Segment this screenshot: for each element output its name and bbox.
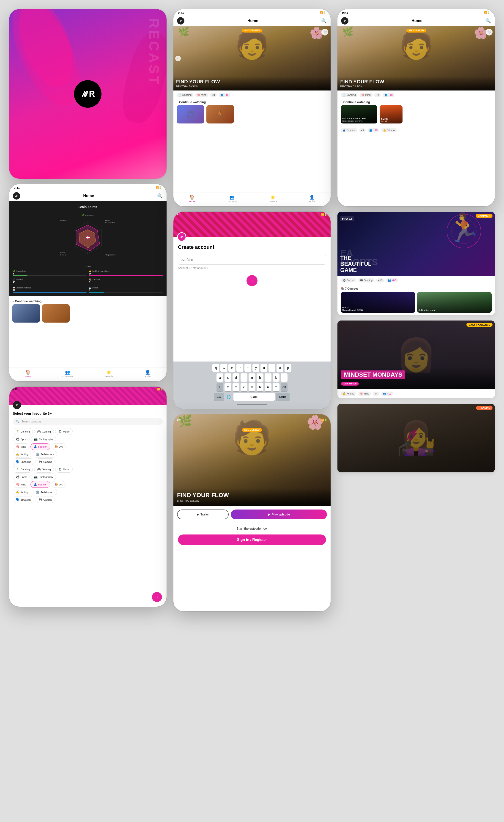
chip-architecture-1[interactable]: 🏛️Architecture <box>33 451 57 457</box>
nav-profile-2[interactable]: 👤Profile <box>309 195 315 202</box>
next-arrow-create[interactable]: → <box>246 275 258 286</box>
episode-creator: BROTHA JASON <box>177 499 327 502</box>
search-btn-3[interactable]: 🔍 <box>485 18 491 24</box>
nav-profile-4[interactable]: 👤Profile <box>145 370 151 378</box>
key-space[interactable]: space <box>233 393 275 401</box>
key-m[interactable]: m <box>273 383 280 391</box>
status-bar-4: 9:41 📶🔋 <box>9 184 166 190</box>
chip-dancing-1[interactable]: 🕺Dancing <box>13 428 33 435</box>
chip-gaming-2[interactable]: 🎮Gaming <box>35 458 55 465</box>
chip-gaming-4[interactable]: 🎮Gaming <box>35 496 55 503</box>
key-n[interactable]: n <box>265 383 272 391</box>
brain-label-bodily: BodilyKineasthetic <box>105 219 115 224</box>
chip-art-2[interactable]: 🎨Art <box>52 481 65 488</box>
key-delete[interactable]: ⌫ <box>281 383 288 391</box>
search-icon-cat: 🔍 <box>16 420 19 423</box>
key-globe[interactable]: 🌐 <box>225 393 232 401</box>
search-btn-4[interactable]: 🔍 <box>157 193 163 198</box>
key-shift[interactable]: ⇧ <box>216 383 223 391</box>
key-h[interactable]: h <box>257 373 264 382</box>
chip-architecture-2[interactable]: 🏛️Architecture <box>33 489 57 495</box>
category-search[interactable]: 🔍 Search category <box>13 418 163 425</box>
key-d[interactable]: d <box>232 373 239 382</box>
cat-row-5: 🗣️Speaking 🎮Gaming <box>13 458 163 465</box>
key-i[interactable]: i <box>269 364 276 372</box>
chip-music-2[interactable]: 🎵Music <box>55 466 73 473</box>
key-b[interactable]: b <box>257 383 264 391</box>
key-r[interactable]: r <box>236 364 243 372</box>
courses-row: FIFA 21 The making of FIFA22 Behind the … <box>341 292 492 313</box>
chip-sport-1[interactable]: ⚽Sport <box>13 436 30 442</box>
key-p[interactable]: p <box>285 364 292 372</box>
key-search[interactable]: Search <box>276 393 290 401</box>
key-o[interactable]: o <box>277 364 284 372</box>
nav-community-4[interactable]: 👥Community <box>63 370 73 378</box>
episode-title: FIND YOUR FLOW <box>177 492 327 498</box>
heart-btn-3[interactable]: 🤍 <box>486 29 493 35</box>
key-a[interactable]: a <box>216 373 223 382</box>
key-g[interactable]: g <box>248 373 256 382</box>
key-x[interactable]: x <box>232 383 239 391</box>
nav-rewards-2[interactable]: ⭐Rewards <box>269 195 277 202</box>
chip-speaking-1[interactable]: 🗣️Speaking <box>13 458 34 465</box>
key-q[interactable]: q <box>212 364 219 372</box>
chip-photography-2[interactable]: 📷Photography <box>31 473 56 480</box>
chip-gaming-3[interactable]: 🎮Gaming <box>34 466 54 473</box>
course-card-1[interactable]: FIFA 21 The making of FIFA22 <box>341 292 415 313</box>
cw-upcycle[interactable]: UPCYCLE YOUR STYLE THE COONEY SISTERS <box>341 105 377 123</box>
chip-writing-2[interactable]: ✍️Writing <box>13 489 31 495</box>
continue-card-1[interactable] <box>12 304 40 323</box>
key-f[interactable]: f <box>240 373 247 382</box>
key-s[interactable]: s <box>224 373 231 382</box>
play-btn[interactable]: ▶ Play episode <box>231 509 327 519</box>
chip-photography-1[interactable]: 📷Photography <box>31 436 56 442</box>
brain-label-musical: Musical <box>60 219 66 221</box>
next-button[interactable]: → <box>152 592 162 602</box>
key-w[interactable]: w <box>220 364 227 372</box>
continue-card-2[interactable] <box>42 304 70 323</box>
cw-send[interactable]: SEND IAN MC <box>380 105 403 123</box>
tag-plus13: +13 <box>376 278 384 283</box>
nav-community-2[interactable]: 👥Community <box>226 195 237 202</box>
chip-gaming-1[interactable]: 🎮Gaming <box>34 428 54 435</box>
account-id-hint: Account ID: stefano2389 <box>178 267 326 270</box>
tags-fashion-row: 👗 Fashion +3 👥 +18 💪 Fitness <box>338 126 495 135</box>
key-c[interactable]: c <box>240 383 247 391</box>
trailer-btn[interactable]: ▶ Trailer <box>177 509 229 519</box>
nav-arrow-2[interactable]: ‹ <box>175 56 181 61</box>
key-t[interactable]: t <box>244 364 251 372</box>
courses-section: 📚 7 Courses FIFA 21 The making of FIFA22 <box>338 285 495 315</box>
key-y[interactable]: y <box>253 364 259 372</box>
key-v[interactable]: v <box>248 383 256 391</box>
phone-brain-points: 9:41 📶🔋 ⫻ Home 🔍 Brain points <box>9 184 166 381</box>
chip-fashion-2[interactable]: 👗Fashion <box>30 481 50 488</box>
tag-soccer: ⚽ Soccer <box>341 278 356 283</box>
course-card-2[interactable]: Behind the brand <box>417 292 492 313</box>
key-u[interactable]: u <box>261 364 268 372</box>
chip-mind-2[interactable]: 🧠Mind <box>13 481 29 488</box>
key-z[interactable]: z <box>224 383 231 391</box>
name-input[interactable] <box>178 255 326 265</box>
search-btn-2[interactable]: 🔍 <box>321 18 327 24</box>
cw-card-2[interactable]: 🏃 <box>206 105 234 123</box>
chip-dancing-2[interactable]: 🕺Dancing <box>13 466 33 473</box>
chip-writing-1[interactable]: ✍️Writing <box>13 451 31 457</box>
upcycle-creator: THE COONEY SISTERS <box>342 120 376 122</box>
search-placeholder: Search category <box>21 420 41 423</box>
key-k[interactable]: k <box>273 373 280 382</box>
cw-card-1[interactable]: 🎵 <box>177 105 204 123</box>
nav-home-2[interactable]: 🏠Home <box>189 195 195 202</box>
key-e[interactable]: e <box>228 364 235 372</box>
chip-music-1[interactable]: 🎵Music <box>55 428 73 435</box>
chip-speaking-2[interactable]: 🗣️Speaking <box>13 496 34 503</box>
key-123[interactable]: 123 <box>214 393 224 401</box>
chip-mind-1[interactable]: 🧠Mind <box>13 443 29 450</box>
chip-sport-2[interactable]: ⚽Sport <box>13 473 30 480</box>
sign-in-btn[interactable]: Sign in / Register <box>178 534 326 545</box>
chip-fashion-1[interactable]: 👗Fashion <box>30 443 50 450</box>
key-l[interactable]: l <box>281 373 288 382</box>
chip-art-1[interactable]: 🎨Art <box>52 443 65 450</box>
key-j[interactable]: j <box>265 373 272 382</box>
nav-home-4[interactable]: 🏠Home <box>25 370 31 378</box>
nav-rewards-4[interactable]: ⭐Rewards <box>105 370 113 378</box>
